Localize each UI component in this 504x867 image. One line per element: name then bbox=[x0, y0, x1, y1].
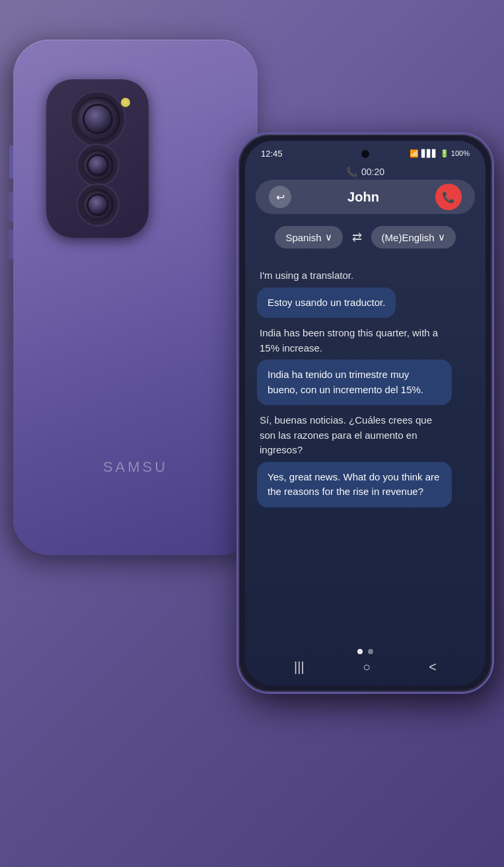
caller-row: ↩ John 📞 bbox=[256, 180, 475, 214]
home-button[interactable]: ○ bbox=[363, 660, 371, 675]
status-bar: 12:45 📶 ▋▋▋ 🔋 100% bbox=[245, 141, 486, 161]
source-language-button[interactable]: Spanish ∨ bbox=[275, 226, 342, 248]
nav-buttons: ||| ○ < bbox=[245, 660, 486, 675]
call-icon: 📞 bbox=[346, 167, 357, 177]
flash-dot bbox=[121, 98, 130, 107]
message-original-1: I'm using a translator. bbox=[257, 267, 356, 285]
volume-up bbox=[9, 192, 13, 221]
camera-lens-mid bbox=[78, 145, 118, 185]
volume-buttons bbox=[9, 192, 13, 259]
camera-module bbox=[46, 79, 149, 238]
camera-lens-top bbox=[71, 93, 124, 145]
samsung-brand: SAMSU bbox=[103, 459, 168, 476]
call-header: 📞 00:20 bbox=[245, 161, 486, 180]
back-button[interactable]: ↩ bbox=[269, 186, 291, 208]
recent-apps-button[interactable]: ||| bbox=[294, 660, 305, 675]
navigation-bar: ||| ○ < bbox=[245, 642, 486, 685]
message-group-1: I'm using a translator. Estoy usando un … bbox=[257, 267, 474, 318]
target-language-button[interactable]: (Me)English ∨ bbox=[371, 226, 456, 248]
end-call-button[interactable]: 📞 bbox=[435, 184, 462, 210]
phone-back: SAMSU bbox=[13, 40, 258, 555]
camera-lens-inner-mid bbox=[87, 154, 109, 176]
punch-hole-camera bbox=[361, 150, 369, 158]
signal-icon: ▋▋▋ bbox=[421, 149, 437, 158]
message-translated-2: India ha tenido un trimestre muy bueno, … bbox=[257, 359, 452, 405]
message-translated-1: Estoy usando un traductor. bbox=[257, 287, 396, 319]
wifi-icon: 📶 bbox=[410, 149, 419, 158]
message-original-3: Sí, buenas noticias. ¿Cuáles crees que s… bbox=[257, 412, 441, 459]
chat-area: I'm using a translator. Estoy usando un … bbox=[245, 260, 486, 642]
battery-icon: 🔋 100% bbox=[440, 149, 470, 158]
status-icons: 📶 ▋▋▋ 🔋 100% bbox=[410, 149, 470, 158]
message-group-2: India has been strong this quarter, with… bbox=[257, 324, 474, 405]
camera-lens-inner-bot bbox=[87, 194, 109, 216]
message-original-2: India has been strong this quarter, with… bbox=[257, 324, 441, 357]
caller-name: John bbox=[291, 190, 435, 205]
source-language-chevron: ∨ bbox=[325, 231, 332, 243]
phone-front: 12:45 📶 ▋▋▋ 🔋 100% 📞 00:20 ↩ John 📞 Span… bbox=[236, 132, 494, 694]
screen: 12:45 📶 ▋▋▋ 🔋 100% 📞 00:20 ↩ John 📞 Span… bbox=[245, 141, 486, 685]
call-duration: 00:20 bbox=[361, 167, 384, 177]
target-language-chevron: ∨ bbox=[438, 231, 445, 243]
camera-lens-bot bbox=[78, 185, 118, 225]
nav-dot-2 bbox=[368, 649, 373, 654]
source-language-label: Spanish bbox=[285, 232, 321, 243]
message-group-3: Sí, buenas noticias. ¿Cuáles crees que s… bbox=[257, 412, 474, 508]
swap-languages-icon[interactable]: ⇄ bbox=[352, 230, 362, 245]
target-language-label: (Me)English bbox=[382, 232, 435, 243]
camera-lens-inner-top bbox=[83, 104, 113, 134]
message-translated-3: Yes, great news. What do you think are t… bbox=[257, 462, 452, 508]
language-selector: Spanish ∨ ⇄ (Me)English ∨ bbox=[256, 219, 475, 255]
back-nav-button[interactable]: < bbox=[429, 660, 437, 675]
call-timer: 📞 00:20 bbox=[346, 167, 384, 177]
nav-dot-1 bbox=[357, 649, 363, 654]
nav-dots bbox=[357, 649, 373, 654]
power-button bbox=[492, 280, 494, 326]
volume-down bbox=[9, 229, 13, 259]
status-time: 12:45 bbox=[261, 149, 283, 159]
